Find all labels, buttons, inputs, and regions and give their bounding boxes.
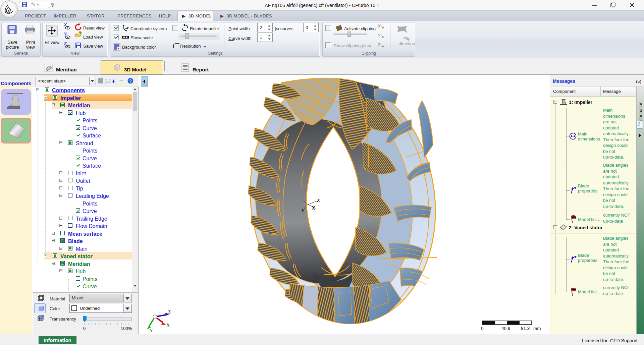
svg-text:81.3: 81.3 [521, 326, 530, 331]
svg-text:0: 0 [481, 326, 484, 331]
svg-text:40.6: 40.6 [501, 326, 510, 331]
svg-text:X: X [166, 323, 170, 328]
svg-text:X: X [377, 23, 381, 28]
svg-text:Y: Y [301, 208, 305, 213]
svg-text:Z: Z [317, 198, 320, 203]
svg-text:X: X [312, 205, 315, 211]
svg-text:Y: Y [378, 33, 381, 38]
svg-text:Y: Y [150, 328, 153, 333]
svg-text:Z: Z [168, 309, 171, 314]
svg-text:mm: mm [533, 326, 541, 331]
svg-text:?: ? [129, 79, 131, 83]
svg-text:Z: Z [377, 42, 381, 47]
